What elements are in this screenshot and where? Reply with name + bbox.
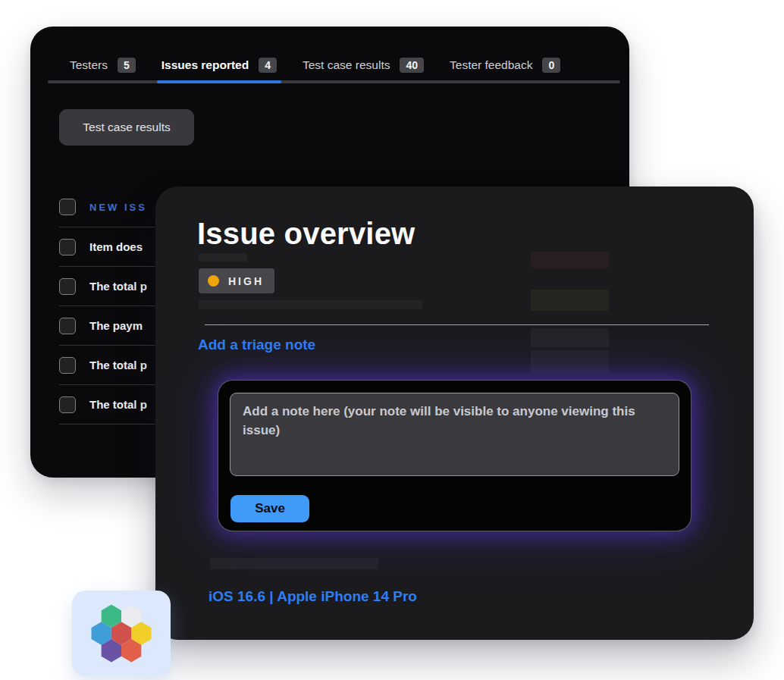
issue-title: The paym: [89, 319, 143, 332]
row-checkbox[interactable]: [59, 278, 76, 295]
tab-bar: Testers 5 Issues reported 4 Test case re…: [70, 52, 560, 79]
triage-note-card: Save: [218, 380, 691, 531]
tab-issues-reported[interactable]: Issues reported 4: [162, 52, 277, 79]
save-button[interactable]: Save: [230, 495, 309, 522]
issue-title: The total p: [89, 359, 147, 371]
page: Testers 5 Issues reported 4 Test case re…: [0, 0, 784, 680]
row-checkbox[interactable]: [59, 318, 76, 334]
severity-badge: HIGH: [199, 268, 274, 293]
issue-title: The total p: [89, 398, 147, 411]
select-all-checkbox[interactable]: [59, 199, 76, 215]
count-badge: 40: [400, 58, 424, 73]
ghost-skeleton-box: [531, 328, 609, 347]
row-checkbox[interactable]: [59, 239, 76, 255]
row-checkbox[interactable]: [59, 357, 76, 374]
severity-dot-icon: [208, 275, 219, 287]
count-badge: 4: [259, 58, 277, 73]
device-info-link[interactable]: iOS 16.6 | Apple iPhone 14 Pro: [209, 588, 417, 605]
ghost-skeleton-box: [531, 290, 609, 311]
triage-note-input[interactable]: [230, 393, 679, 476]
tab-bar-divider: [48, 80, 620, 83]
tab-label: Tester feedback: [450, 58, 532, 72]
tab-label: Issues reported: [162, 58, 249, 72]
hexagon-cubes-logo-icon: [85, 596, 158, 671]
tab-tester-feedback[interactable]: Tester feedback 0: [450, 52, 560, 79]
app-logo-tile: [72, 591, 171, 676]
severity-label: HIGH: [228, 275, 264, 287]
issue-title: The total p: [89, 280, 147, 293]
issue-overview-modal: Issue overview HIGH Add a triage note Sa…: [155, 186, 754, 640]
issue-list-header-label: NEW ISS: [89, 202, 147, 213]
ghost-skeleton-box: [531, 350, 609, 373]
count-badge: 0: [542, 58, 560, 73]
ghost-skeleton-box: [531, 252, 609, 268]
tab-testers[interactable]: Testers 5: [70, 52, 136, 79]
issue-title: Item does: [89, 240, 143, 253]
count-badge: 5: [118, 58, 136, 73]
ghost-text-line: [199, 300, 422, 309]
tab-label: Test case results: [303, 58, 390, 72]
tab-test-case-results[interactable]: Test case results 40: [303, 52, 424, 79]
test-case-results-filter-button[interactable]: Test case results: [59, 109, 194, 146]
page-title: Issue overview: [197, 217, 415, 251]
ghost-text-line: [210, 558, 378, 569]
row-checkbox[interactable]: [59, 396, 76, 413]
ghost-text-line: [199, 253, 247, 262]
triage-note-heading: Add a triage note: [198, 337, 315, 353]
tab-label: Testers: [70, 58, 108, 72]
section-divider: [205, 324, 709, 325]
